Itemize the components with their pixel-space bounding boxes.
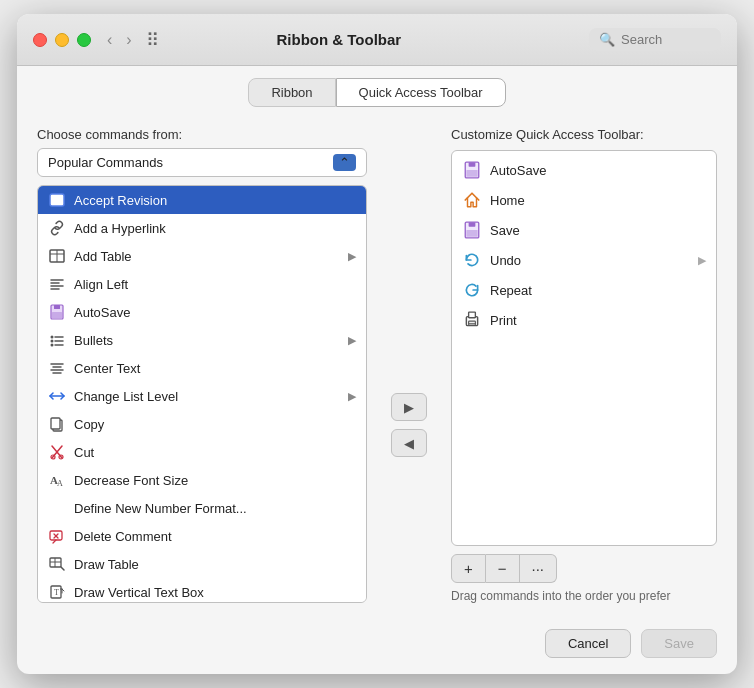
list-item[interactable]: Copy — [38, 410, 366, 438]
center-text-icon — [48, 359, 66, 377]
add-item-button[interactable]: + — [451, 554, 486, 583]
submenu-arrow: ▶ — [348, 334, 356, 347]
qa-label: Save — [490, 223, 706, 238]
list-item[interactable]: T Draw Vertical Text Box — [38, 578, 366, 603]
search-icon: 🔍 — [599, 32, 615, 47]
svg-rect-42 — [469, 222, 476, 227]
list-item[interactable]: Print — [452, 305, 716, 335]
close-button[interactable] — [33, 33, 47, 47]
cmd-label: Change List Level — [74, 389, 340, 404]
qa-print-icon — [462, 310, 482, 330]
list-item[interactable]: Bullets ▶ — [38, 326, 366, 354]
svg-rect-45 — [469, 312, 476, 318]
svg-rect-23 — [51, 418, 60, 429]
list-item[interactable]: Save — [452, 215, 716, 245]
remove-from-toolbar-button[interactable]: ◀ — [391, 429, 427, 457]
align-left-icon — [48, 275, 66, 293]
quick-access-list: AutoSave Home — [451, 150, 717, 546]
add-to-toolbar-button[interactable]: ▶ — [391, 393, 427, 421]
cmd-label: Add Table — [74, 249, 340, 264]
cmd-label: Center Text — [74, 361, 356, 376]
list-item[interactable]: Change List Level ▶ — [38, 382, 366, 410]
more-options-button[interactable]: ··· — [520, 554, 558, 583]
qa-submenu-arrow: ▶ — [698, 254, 706, 267]
bottom-toolbar: + − ··· — [451, 554, 717, 583]
table-icon — [48, 247, 66, 265]
qa-label: Repeat — [490, 283, 706, 298]
list-item[interactable]: Repeat — [452, 275, 716, 305]
search-box[interactable]: 🔍 — [589, 28, 721, 51]
tab-bar: Ribbon Quick Access Toolbar — [17, 66, 737, 115]
qa-save-icon — [462, 220, 482, 240]
list-item[interactable]: A A Decrease Font Size — [38, 466, 366, 494]
svg-rect-9 — [54, 305, 60, 309]
svg-rect-40 — [466, 170, 477, 177]
tab-quick-access[interactable]: Quick Access Toolbar — [336, 78, 506, 107]
cmd-label: AutoSave — [74, 305, 356, 320]
qa-label: Undo — [490, 253, 690, 268]
svg-text:T: T — [54, 588, 59, 597]
qa-home-icon — [462, 190, 482, 210]
tab-ribbon[interactable]: Ribbon — [248, 78, 335, 107]
left-panel: Choose commands from: Popular Commands ⌃… — [37, 127, 367, 603]
list-item[interactable]: Add Table ▶ — [38, 242, 366, 270]
content-area: Choose commands from: Popular Commands ⌃… — [17, 115, 737, 619]
titlebar: ‹ › ⠿ Ribbon & Toolbar 🔍 — [17, 14, 737, 66]
cut-icon — [48, 443, 66, 461]
bullets-icon — [48, 331, 66, 349]
list-item[interactable]: AutoSave — [452, 155, 716, 185]
customize-label: Customize Quick Access Toolbar: — [451, 127, 717, 142]
list-item[interactable]: Undo ▶ — [452, 245, 716, 275]
right-panel: Customize Quick Access Toolbar: AutoSave — [451, 127, 717, 603]
accept-icon — [48, 191, 66, 209]
submenu-arrow: ▶ — [348, 250, 356, 263]
svg-point-11 — [51, 336, 54, 339]
list-item[interactable]: Define New Number Format... — [38, 494, 366, 522]
drag-hint: Drag commands into the order you prefer — [451, 589, 717, 603]
cancel-button[interactable]: Cancel — [545, 629, 631, 658]
footer: Cancel Save — [17, 619, 737, 674]
link-icon — [48, 219, 66, 237]
cmd-label: Align Left — [74, 277, 356, 292]
svg-rect-10 — [52, 312, 62, 318]
cmd-label: Delete Comment — [74, 529, 356, 544]
list-item[interactable]: Accept Revision — [38, 186, 366, 214]
cmd-label: Add a Hyperlink — [74, 221, 356, 236]
cmd-label: Draw Table — [74, 557, 356, 572]
list-item[interactable]: Center Text — [38, 354, 366, 382]
transfer-buttons: ▶ ◀ — [387, 127, 431, 603]
search-input[interactable] — [621, 32, 711, 47]
svg-rect-39 — [469, 162, 476, 167]
choose-commands-label: Choose commands from: — [37, 127, 367, 142]
number-format-icon — [48, 499, 66, 517]
list-item[interactable]: Draw Table — [38, 550, 366, 578]
qa-undo-icon — [462, 250, 482, 270]
cmd-label: Cut — [74, 445, 356, 460]
draw-textbox-icon: T — [48, 583, 66, 601]
cmd-label: Bullets — [74, 333, 340, 348]
save-button[interactable]: Save — [641, 629, 717, 658]
copy-icon — [48, 415, 66, 433]
list-item[interactable]: Home — [452, 185, 716, 215]
delete-comment-icon — [48, 527, 66, 545]
list-item[interactable]: Add a Hyperlink — [38, 214, 366, 242]
cmd-label: Draw Vertical Text Box — [74, 585, 356, 600]
commands-dropdown[interactable]: Popular Commands ⌃ — [37, 148, 367, 177]
list-item[interactable]: AutoSave — [38, 298, 366, 326]
qa-label: AutoSave — [490, 163, 706, 178]
remove-item-button[interactable]: − — [486, 554, 520, 583]
minimize-button[interactable] — [55, 33, 69, 47]
submenu-arrow: ▶ — [348, 390, 356, 403]
svg-point-15 — [51, 344, 54, 347]
qa-repeat-icon — [462, 280, 482, 300]
svg-text:A: A — [57, 479, 63, 488]
list-item[interactable]: Align Left — [38, 270, 366, 298]
svg-rect-43 — [466, 230, 477, 237]
cmd-label: Accept Revision — [74, 193, 356, 208]
list-item[interactable]: Cut — [38, 438, 366, 466]
qa-label: Home — [490, 193, 706, 208]
list-item[interactable]: Delete Comment — [38, 522, 366, 550]
qa-autosave-icon — [462, 160, 482, 180]
cmd-label: Decrease Font Size — [74, 473, 356, 488]
chevron-down-icon: ⌃ — [333, 154, 356, 171]
